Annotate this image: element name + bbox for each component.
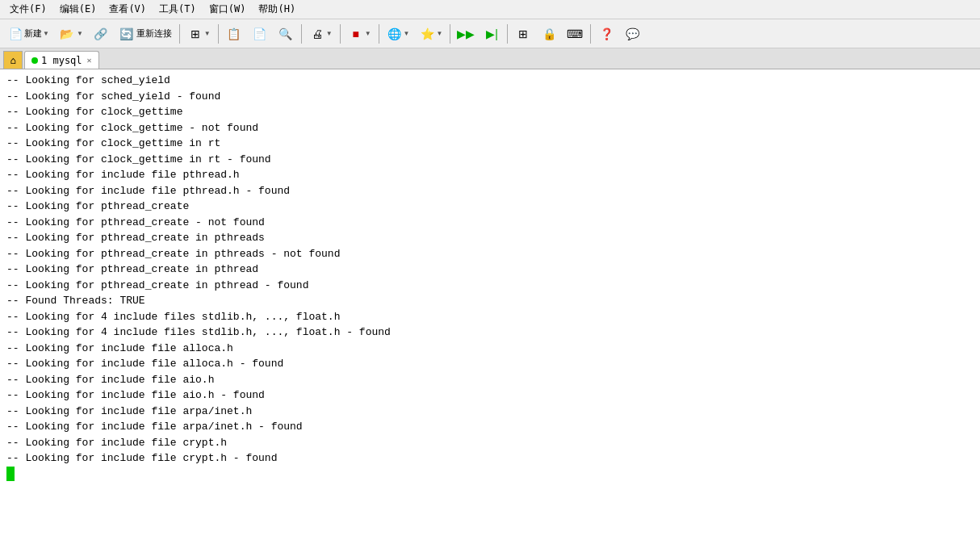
new-button[interactable]: 📄 新建 ▼	[3, 23, 53, 45]
plugin1-button[interactable]: ▶▶	[454, 23, 478, 45]
text-cursor	[6, 467, 15, 481]
table-button[interactable]: ⊞	[511, 23, 535, 45]
print-icon: 🖨	[309, 26, 325, 42]
separator-5	[379, 24, 379, 44]
log-line: -- Looking for clock_gettime	[6, 104, 974, 120]
log-line: -- Looking for include file alloca.h - f…	[6, 356, 974, 372]
log-line: -- Looking for clock_gettime - not found	[6, 120, 974, 136]
link-icon: 🔗	[93, 26, 109, 42]
log-line: -- Looking for pthread_create in pthread	[6, 262, 974, 278]
toolbar: 📄 新建 ▼ 📂 ▼ 🔗 🔄 重新连接 ⊞ ▼ 📋 📄 🔍 🖨 ▼ ■	[0, 19, 980, 48]
menu-view[interactable]: 查看(V)	[103, 1, 153, 18]
menu-bar: 文件(F) 编辑(E) 查看(V) 工具(T) 窗口(W) 帮助(H)	[0, 0, 980, 19]
log-line: -- Looking for pthread_create - not foun…	[6, 215, 974, 231]
log-line: -- Looking for include file pthread.h	[6, 167, 974, 183]
tab-close-button[interactable]: ✕	[87, 56, 92, 65]
separator-3	[301, 24, 302, 44]
separator-7	[507, 24, 508, 44]
reconnect-icon: 🔄	[119, 26, 135, 42]
keyboard-icon: ⌨	[567, 26, 583, 42]
new-dropdown-arrow: ▼	[43, 30, 49, 37]
toggle-button[interactable]: 📂 ▼	[55, 23, 87, 45]
menu-file[interactable]: 文件(F)	[3, 1, 53, 18]
separator-8	[590, 24, 591, 44]
separator-1	[179, 24, 180, 44]
menu-tools[interactable]: 工具(T)	[153, 1, 203, 18]
theme-button[interactable]: ■ ▼	[344, 23, 375, 45]
log-line: -- Looking for include file crypt.h	[6, 435, 974, 451]
copy-button[interactable]: 📋	[222, 23, 246, 45]
toggle-icon: 📂	[59, 26, 75, 42]
plugin1-icon: ▶▶	[458, 26, 474, 42]
log-line: -- Looking for include file pthread.h - …	[6, 183, 974, 199]
log-line: -- Looking for clock_gettime in rt - fou…	[6, 152, 974, 168]
chat-button[interactable]: 💬	[620, 23, 644, 45]
keyboard-button[interactable]: ⌨	[563, 23, 587, 45]
log-line: -- Looking for sched_yield	[6, 73, 974, 89]
paste-button[interactable]: 📄	[248, 23, 272, 45]
lock-icon: 🔒	[541, 26, 557, 42]
log-line: -- Looking for include file crypt.h - fo…	[6, 450, 974, 467]
log-line: -- Looking for pthread_create in pthread…	[6, 230, 974, 246]
chat-icon: 💬	[624, 26, 640, 42]
reconnect-button[interactable]: 🔄 重新连接	[115, 23, 176, 45]
theme-icon: ■	[348, 26, 364, 42]
tab-home-button[interactable]: ⌂	[3, 51, 23, 69]
globe-icon: 🌐	[387, 26, 403, 42]
table-icon: ⊞	[515, 26, 531, 42]
log-line: -- Found Threads: TRUE	[6, 293, 974, 309]
log-line: -- Looking for include file aio.h - foun…	[6, 387, 974, 404]
help-button[interactable]: ❓	[594, 23, 618, 45]
toggle-arrow: ▼	[77, 30, 83, 37]
reconnect-label: 重新连接	[136, 27, 172, 40]
log-line: -- Looking for 4 include files stdlib.h,…	[6, 309, 974, 325]
separator-4	[340, 24, 341, 44]
separator-6	[450, 24, 450, 44]
log-content[interactable]: -- Looking for sched_yield-- Looking for…	[0, 69, 980, 540]
cursor-line	[6, 467, 974, 481]
menu-edit[interactable]: 编辑(E)	[53, 1, 103, 18]
menu-help[interactable]: 帮助(H)	[252, 1, 302, 18]
link-button[interactable]: 🔗	[89, 23, 113, 45]
grid-button[interactable]: ⊞ ▼	[183, 23, 215, 45]
theme-arrow: ▼	[365, 30, 371, 37]
help-icon: ❓	[598, 26, 614, 42]
grid-icon: ⊞	[187, 26, 203, 42]
log-line: -- Looking for 4 include files stdlib.h,…	[6, 324, 974, 341]
log-line: -- Looking for clock_gettime in rt	[6, 136, 974, 152]
log-line: -- Looking for include file arpa/inet.h	[6, 404, 974, 420]
new-label: 新建	[24, 27, 42, 40]
print-button[interactable]: 🖨 ▼	[305, 23, 337, 45]
log-line: -- Looking for include file aio.h	[6, 372, 974, 388]
favorites-arrow: ▼	[437, 30, 443, 37]
new-icon: 📄	[7, 26, 23, 42]
tab-label: 1 mysql	[41, 55, 82, 66]
tab-mysql[interactable]: 1 mysql ✕	[24, 51, 99, 69]
plugin2-button[interactable]: ▶|	[480, 23, 504, 45]
menu-window[interactable]: 窗口(W)	[203, 1, 253, 18]
globe-arrow: ▼	[404, 30, 410, 37]
print-arrow: ▼	[326, 30, 333, 37]
grid-arrow: ▼	[204, 30, 211, 37]
search-icon: 🔍	[278, 26, 294, 42]
lock-button[interactable]: 🔒	[537, 23, 561, 45]
favorites-icon: ⭐	[420, 26, 436, 42]
globe-button[interactable]: 🌐 ▼	[383, 23, 414, 45]
log-line: -- Looking for include file arpa/inet.h …	[6, 419, 974, 435]
log-line: -- Looking for pthread_create in pthread…	[6, 278, 974, 294]
search-button[interactable]: 🔍	[274, 23, 298, 45]
tab-bar: ⌂ 1 mysql ✕	[0, 48, 980, 69]
separator-2	[218, 24, 219, 44]
log-line: -- Looking for include file alloca.h	[6, 341, 974, 357]
tab-status-dot	[31, 57, 38, 64]
plugin2-icon: ▶|	[484, 26, 500, 42]
favorites-button[interactable]: ⭐ ▼	[416, 23, 447, 45]
log-line: -- Looking for pthread_create in pthread…	[6, 246, 974, 262]
copy-icon: 📋	[226, 26, 242, 42]
paste-icon: 📄	[252, 26, 268, 42]
log-line: -- Looking for pthread_create	[6, 199, 974, 215]
log-line: -- Looking for sched_yield - found	[6, 89, 974, 105]
